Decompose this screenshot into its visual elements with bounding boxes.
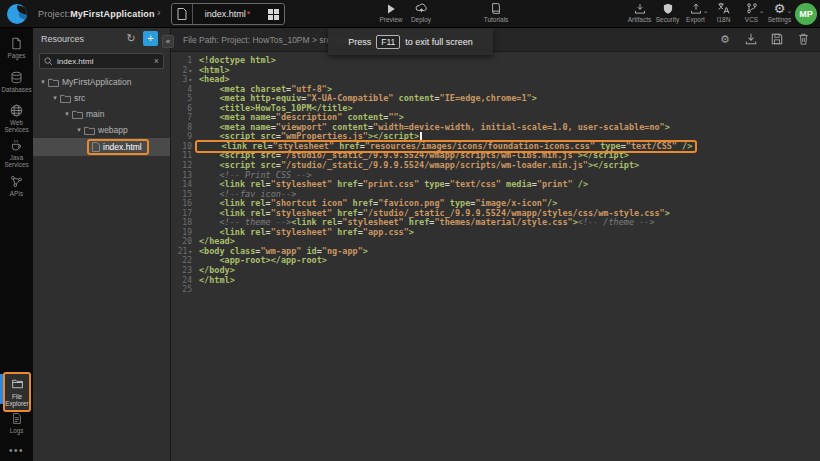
refresh-icon[interactable]: ↻ xyxy=(124,31,138,45)
tree-node-webapp[interactable]: ▾webapp xyxy=(33,122,170,138)
line-number: 23 xyxy=(171,266,195,276)
add-resource-button[interactable]: + xyxy=(143,31,158,46)
folder-icon xyxy=(48,78,59,87)
databases-icon xyxy=(10,70,23,84)
settings-button[interactable]: ⚙⌄Settings xyxy=(766,2,793,27)
expand-arrow-icon[interactable]: ▾ xyxy=(51,94,59,102)
expand-arrow-icon[interactable]: ▾ xyxy=(39,78,47,86)
code-line-1[interactable]: 1<!doctype html> xyxy=(171,56,820,66)
line-number: 11 xyxy=(171,151,195,161)
line-number: 20 xyxy=(171,237,195,247)
code-editor[interactable]: 1<!doctype html>2▾<html>3▾<head>4 <meta … xyxy=(171,52,820,461)
preview-button[interactable]: Preview xyxy=(374,2,408,27)
file-tree: ▾MyFirstApplication▾src▾main▾webappindex… xyxy=(33,74,170,156)
search-icon xyxy=(44,57,53,66)
line-number: 18 xyxy=(171,218,195,228)
apis-icon xyxy=(10,174,23,188)
tree-node-main[interactable]: ▾main xyxy=(33,106,170,122)
vcs-icon: ⌄ xyxy=(746,2,758,15)
line-number: 9 xyxy=(171,132,195,142)
delete-trash-icon[interactable] xyxy=(796,32,810,46)
line-number: 21▾ xyxy=(171,247,195,257)
i18n-icon xyxy=(717,2,730,15)
security-icon xyxy=(662,2,674,15)
toast-suffix: to exit full screen xyxy=(405,37,473,47)
export-button[interactable]: ⌄Export xyxy=(682,2,709,27)
folder-icon xyxy=(72,110,83,119)
collapse-panel-icon[interactable]: « xyxy=(162,35,174,48)
tree-node-index-html[interactable]: index.html xyxy=(33,138,170,156)
code-line-2[interactable]: 2▾<html> xyxy=(171,66,820,76)
line-number: 4 xyxy=(171,85,195,95)
file-explorer-icon xyxy=(11,377,24,391)
vcs-button[interactable]: ⌄VCS xyxy=(738,2,765,27)
artifacts-button[interactable]: Artifacts xyxy=(626,2,653,27)
line-number: 19 xyxy=(171,228,195,238)
chevron-down-icon: ⌄ xyxy=(703,7,709,15)
sidebar-item-file-explorer[interactable]: FileExplorer xyxy=(3,372,31,412)
grid-view-icon[interactable] xyxy=(262,9,284,20)
preview-icon xyxy=(385,2,397,15)
user-avatar[interactable]: MP xyxy=(795,3,817,25)
i18n-button[interactable]: I18N xyxy=(710,2,737,27)
sidebar-item-logs[interactable]: Logs xyxy=(0,411,33,434)
expand-arrow-icon[interactable]: ▾ xyxy=(63,110,71,118)
tree-node-src[interactable]: ▾src xyxy=(33,90,170,106)
chevron-down-icon: ⌄ xyxy=(759,7,765,15)
tree-node-myfirstapplication[interactable]: ▾MyFirstApplication xyxy=(33,74,170,90)
line-number: 17 xyxy=(171,209,195,219)
code-line-19[interactable]: 19 <link rel="stylesheet" href="app.css"… xyxy=(171,228,820,238)
editor-tools: ⚙ xyxy=(718,32,810,46)
save-icon[interactable] xyxy=(770,32,784,46)
line-number: 10 xyxy=(171,142,195,152)
toast-prefix: Press xyxy=(348,37,371,47)
modified-marker: * xyxy=(247,9,251,19)
file-path-bar: File Path: Project: HowTos_10PM > src/ma… xyxy=(171,28,820,52)
export-icon: ⌄ xyxy=(690,2,702,15)
sidebar-item-apis[interactable]: APIs xyxy=(0,174,33,197)
sidebar-item-databases[interactable]: Databases xyxy=(0,70,33,93)
expand-arrow-icon[interactable]: ▾ xyxy=(75,126,83,134)
line-number: 6 xyxy=(171,104,195,114)
download-icon[interactable] xyxy=(744,32,758,46)
sidebar-item-pages[interactable]: Pages xyxy=(0,36,33,59)
code-line-23[interactable]: 23</body> xyxy=(171,266,820,276)
wavemaker-studio-window: Project:MyFirstApplication › index.html*… xyxy=(0,0,820,461)
code-line-24[interactable]: 24</html> xyxy=(171,276,820,286)
security-button[interactable]: Security xyxy=(654,2,681,27)
code-line-10[interactable]: 10 <link rel="stylesheet" href="resource… xyxy=(171,142,820,152)
sidebar-item-more[interactable]: ••• xyxy=(0,443,33,459)
resource-search-input[interactable]: index.html × xyxy=(39,53,164,69)
wavemaker-logo-icon[interactable] xyxy=(7,4,27,24)
line-number: 5 xyxy=(171,94,195,104)
line-number: 16 xyxy=(171,199,195,209)
top-bar: Project:MyFirstApplication › index.html*… xyxy=(0,0,820,28)
sidebar-item-java-services[interactable]: JavaServices xyxy=(0,138,33,168)
fold-arrow-icon[interactable]: ▾ xyxy=(188,67,192,74)
fold-arrow-icon[interactable]: ▾ xyxy=(188,248,192,255)
tab-label: index.html* xyxy=(193,9,262,19)
line-number: 25 xyxy=(171,285,195,295)
code-line-25[interactable]: 25 xyxy=(171,285,820,295)
line-number: 22 xyxy=(171,256,195,266)
resources-panel: Resources ↻ + « index.html × ▾MyFirstApp… xyxy=(33,28,171,461)
tutorials-icon xyxy=(490,2,502,15)
resources-title: Resources xyxy=(41,34,84,44)
artifacts-icon xyxy=(634,2,646,15)
fullscreen-exit-toast: Press F11 to exit full screen xyxy=(328,28,493,55)
fold-arrow-icon[interactable]: ▾ xyxy=(188,76,192,83)
project-name: MyFirstApplication xyxy=(70,9,155,19)
settings-icon: ⚙⌄ xyxy=(774,2,786,15)
editor-settings-gear-icon[interactable]: ⚙ xyxy=(718,32,732,46)
tab-index-html[interactable]: index.html* xyxy=(171,3,285,25)
deploy-button[interactable]: Deploy xyxy=(404,2,438,27)
tutorials-button[interactable]: Tutorials xyxy=(479,2,513,27)
sidebar-item-web-services[interactable]: WebServices xyxy=(0,103,33,133)
search-value: index.html xyxy=(57,57,154,66)
topbar-utility-actions: ArtifactsSecurity⌄ExportI18N⌄VCS⚙⌄Settin… xyxy=(626,2,793,27)
line-number: 8 xyxy=(171,123,195,133)
clear-search-icon[interactable]: × xyxy=(154,56,159,66)
code-line-22[interactable]: 22 <app-root></app-root> xyxy=(171,256,820,266)
logs-icon xyxy=(11,411,23,425)
project-label: Project: xyxy=(38,9,70,19)
